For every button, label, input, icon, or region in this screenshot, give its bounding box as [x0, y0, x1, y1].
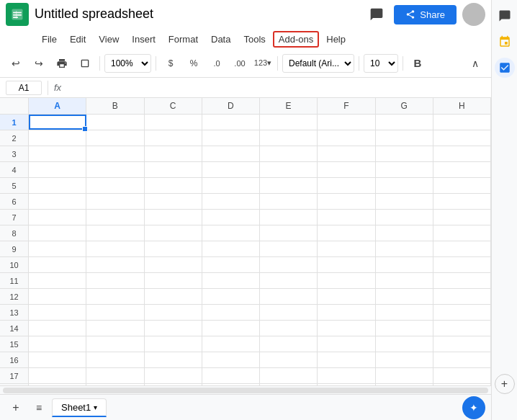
cell-E6[interactable]: [260, 194, 318, 209]
cell-E12[interactable]: [260, 289, 318, 304]
cell-C1[interactable]: [145, 115, 202, 130]
cell-A7[interactable]: [29, 210, 86, 225]
cell-G1[interactable]: [376, 115, 433, 130]
cell-F4[interactable]: [318, 162, 375, 177]
menu-item-edit[interactable]: Edit: [64, 31, 91, 48]
zoom-select[interactable]: 100%: [104, 54, 151, 73]
cell-D15[interactable]: [202, 336, 260, 352]
row-number-11[interactable]: 11: [0, 273, 29, 288]
cell-C14[interactable]: [145, 321, 202, 336]
font-family-select[interactable]: Default (Ari...: [282, 54, 354, 73]
cell-E4[interactable]: [260, 162, 318, 177]
explore-button[interactable]: ✦: [462, 396, 485, 419]
font-size-select[interactable]: 10: [364, 54, 398, 73]
cell-B11[interactable]: [86, 273, 144, 288]
cell-G2[interactable]: [376, 130, 433, 146]
row-number-2[interactable]: 2: [0, 130, 29, 146]
cell-D6[interactable]: [202, 194, 260, 209]
cell-A2[interactable]: [29, 130, 86, 146]
cell-D10[interactable]: [202, 257, 260, 272]
cell-G12[interactable]: [376, 289, 433, 304]
decimal-dec-button[interactable]: .0: [207, 53, 227, 73]
cell-D1[interactable]: [202, 115, 260, 130]
cell-E11[interactable]: [260, 273, 318, 288]
horizontal-scrollbar[interactable]: [0, 385, 491, 394]
cell-E5[interactable]: [260, 178, 318, 193]
cell-B12[interactable]: [86, 289, 144, 304]
cell-G18[interactable]: [376, 384, 433, 385]
cell-B8[interactable]: [86, 225, 144, 241]
cell-B15[interactable]: [86, 336, 144, 352]
more-formats-button[interactable]: 123▾: [253, 53, 273, 73]
cell-F7[interactable]: [318, 210, 375, 225]
cell-C2[interactable]: [145, 130, 202, 146]
formula-input[interactable]: [64, 81, 485, 94]
cell-B4[interactable]: [86, 162, 144, 177]
cell-E18[interactable]: [260, 384, 318, 385]
row-number-8[interactable]: 8: [0, 225, 29, 241]
cell-C13[interactable]: [145, 305, 202, 320]
col-header-A[interactable]: A: [29, 98, 86, 114]
cell-E16[interactable]: [260, 352, 318, 367]
sheet-list-button[interactable]: ≡: [29, 398, 49, 418]
cell-E2[interactable]: [260, 130, 318, 146]
cell-H13[interactable]: [433, 305, 491, 320]
cell-H8[interactable]: [433, 225, 491, 241]
cell-D3[interactable]: [202, 146, 260, 161]
cell-G4[interactable]: [376, 162, 433, 177]
cell-C18[interactable]: [145, 384, 202, 385]
cell-B17[interactable]: [86, 368, 144, 383]
cell-C10[interactable]: [145, 257, 202, 272]
cell-D11[interactable]: [202, 273, 260, 288]
cell-A16[interactable]: [29, 352, 86, 367]
cell-A17[interactable]: [29, 368, 86, 383]
cell-D18[interactable]: [202, 384, 260, 385]
cell-D17[interactable]: [202, 368, 260, 383]
cell-G9[interactable]: [376, 241, 433, 256]
cell-A8[interactable]: [29, 225, 86, 241]
cell-F16[interactable]: [318, 352, 375, 367]
cell-F10[interactable]: [318, 257, 375, 272]
cell-F8[interactable]: [318, 225, 375, 241]
col-header-D[interactable]: D: [202, 98, 260, 114]
cell-H12[interactable]: [433, 289, 491, 304]
cell-H18[interactable]: [433, 384, 491, 385]
cell-E15[interactable]: [260, 336, 318, 352]
cell-B2[interactable]: [86, 130, 144, 146]
cell-D4[interactable]: [202, 162, 260, 177]
sidebar-add-button[interactable]: +: [495, 374, 515, 394]
redo-button[interactable]: ↪: [29, 53, 49, 73]
cell-C17[interactable]: [145, 368, 202, 383]
cell-G3[interactable]: [376, 146, 433, 161]
cell-G16[interactable]: [376, 352, 433, 367]
cell-F3[interactable]: [318, 146, 375, 161]
cell-A13[interactable]: [29, 305, 86, 320]
sidebar-keep-icon[interactable]: [495, 32, 515, 52]
cell-F17[interactable]: [318, 368, 375, 383]
row-number-3[interactable]: 3: [0, 146, 29, 161]
cell-H2[interactable]: [433, 130, 491, 146]
cell-B18[interactable]: [86, 384, 144, 385]
col-header-F[interactable]: F: [318, 98, 375, 114]
cell-H14[interactable]: [433, 321, 491, 336]
cell-H10[interactable]: [433, 257, 491, 272]
cell-E14[interactable]: [260, 321, 318, 336]
cell-A9[interactable]: [29, 241, 86, 256]
cell-E10[interactable]: [260, 257, 318, 272]
paintformat-button[interactable]: [75, 53, 95, 73]
sheet-tab-sheet1[interactable]: Sheet1 ▾: [52, 398, 107, 417]
menu-item-addons[interactable]: Add-ons: [273, 31, 319, 48]
row-number-10[interactable]: 10: [0, 257, 29, 272]
cell-G10[interactable]: [376, 257, 433, 272]
undo-button[interactable]: ↩: [6, 53, 26, 73]
cell-C12[interactable]: [145, 289, 202, 304]
cell-F18[interactable]: [318, 384, 375, 385]
menu-item-tools[interactable]: Tools: [238, 31, 271, 48]
row-number-5[interactable]: 5: [0, 178, 29, 193]
cell-D2[interactable]: [202, 130, 260, 146]
cell-A15[interactable]: [29, 336, 86, 352]
cell-B13[interactable]: [86, 305, 144, 320]
currency-button[interactable]: $: [161, 53, 181, 73]
cell-H9[interactable]: [433, 241, 491, 256]
h-scroll-track[interactable]: [3, 388, 488, 393]
